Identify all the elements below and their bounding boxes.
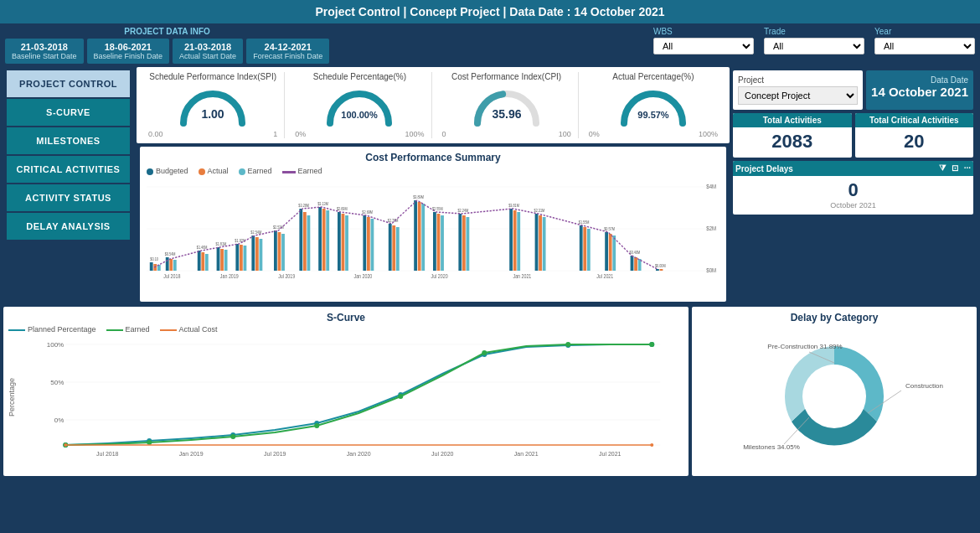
svg-rect-67	[462, 215, 466, 271]
svg-text:100.00%: 100.00%	[342, 110, 379, 120]
svg-text:$3.13M: $3.13M	[317, 201, 328, 206]
svg-point-132	[802, 365, 866, 428]
right-panel: Project Concept Project Data Date 14 Oct…	[730, 67, 977, 302]
sidebar-item-delay-analysis[interactable]: DELAY ANALYSIS	[7, 213, 130, 240]
svg-rect-55	[392, 225, 395, 271]
svg-rect-35	[278, 232, 281, 271]
trade-label: Trade	[764, 27, 864, 36]
svg-rect-23	[220, 249, 224, 271]
svg-rect-60	[421, 204, 425, 271]
svg-text:$1.55M: $1.55M	[579, 220, 590, 225]
spi-gauge: 1.00	[175, 85, 250, 128]
svg-rect-48	[345, 215, 348, 271]
scurve-chart-area: Percentage 100% 50% 0%	[8, 336, 683, 458]
svg-rect-58	[414, 200, 417, 271]
donut-panel: Delay by Category Pre-Construction 31.89…	[692, 307, 977, 476]
project-delays-title-bar: Project Delays ⧩ ⊡ ···	[733, 161, 973, 176]
scurve-panel: S-Curve Planned Percentage Earned Actual…	[3, 307, 689, 476]
svg-rect-40	[307, 215, 311, 271]
total-activities-value: 2083	[736, 131, 848, 153]
svg-rect-43	[322, 209, 326, 271]
svg-rect-75	[539, 215, 542, 271]
svg-text:$0.10: $0.10	[150, 256, 158, 261]
svg-rect-27	[240, 245, 243, 271]
schedule-pct-gauge: 100.00%	[322, 85, 397, 128]
sidebar-item-scurve[interactable]: S-CURVE	[7, 99, 130, 126]
svg-text:$0.00M: $0.00M	[655, 263, 666, 268]
filter-section: WBS All Trade All Year All	[334, 27, 975, 56]
svg-rect-36	[281, 234, 285, 271]
more-icon[interactable]: ···	[964, 163, 971, 173]
svg-rect-10	[150, 262, 153, 271]
project-selector: Project Concept Project	[733, 70, 863, 110]
svg-rect-80	[587, 229, 591, 271]
svg-text:Jan 2019: Jan 2019	[178, 451, 203, 457]
svg-rect-32	[260, 239, 263, 271]
kpi-actual-pct: Actual Percentage(%) 99.57% 0% 100%	[582, 72, 725, 138]
svg-text:$2.69M: $2.69M	[337, 206, 348, 211]
svg-rect-16	[173, 260, 177, 271]
date-boxes: 21-03-2018 Baseline Start Date 18-06-202…	[5, 39, 329, 64]
cpi-gauge: 35.96	[469, 85, 544, 128]
data-date-box: Data Date 14 October 2021	[866, 70, 973, 110]
svg-rect-46	[338, 212, 341, 271]
project-data-label: PROJECT DATA INFO	[5, 27, 329, 36]
donut-title: Delay by Category	[697, 312, 972, 323]
middle-section: PROJECT CONTROL S-CURVE MILESTONES CRITI…	[0, 67, 980, 303]
svg-text:Jan 2020: Jan 2020	[353, 272, 372, 279]
total-critical-title: Total Critical Activities	[855, 113, 974, 127]
svg-text:$3.26M: $3.26M	[298, 203, 309, 208]
cost-bar-chart: $4M $2M $0M $0.10 $0.54M	[147, 179, 720, 279]
svg-point-119	[398, 394, 403, 399]
svg-rect-91	[660, 269, 663, 271]
kpi-schedule-pct: Schedule Percentage(%) 100.00% 0% 100%	[288, 72, 431, 138]
svg-rect-87	[634, 257, 637, 271]
project-data-info: PROJECT DATA INFO 21-03-2018 Baseline St…	[5, 27, 329, 64]
svg-text:$3.81M: $3.81M	[508, 203, 519, 208]
svg-rect-50	[363, 215, 366, 271]
svg-point-121	[565, 342, 570, 347]
svg-rect-68	[467, 217, 470, 271]
svg-rect-30	[251, 235, 255, 271]
svg-rect-74	[535, 214, 539, 271]
svg-rect-62	[433, 212, 436, 271]
data-date-label: Data Date	[871, 75, 968, 85]
wbs-select[interactable]: All	[653, 38, 754, 54]
sidebar-item-project-control[interactable]: PROJECT CONTROL	[7, 70, 130, 97]
project-select[interactable]: Concept Project	[738, 86, 858, 105]
svg-rect-34	[274, 230, 277, 271]
total-critical-box: Total Critical Activities 20	[855, 113, 974, 158]
svg-rect-42	[318, 207, 322, 271]
total-activities-title: Total Activities	[733, 113, 852, 127]
svg-rect-83	[609, 234, 612, 271]
sidebar-item-milestones[interactable]: MILESTONES	[7, 127, 130, 154]
center-content: Schedule Performance Index(SPI) 1.00 0.0…	[133, 67, 730, 302]
export-icon[interactable]: ⊡	[952, 163, 958, 173]
kpi-row: Schedule Performance Index(SPI) 1.00 0.0…	[137, 67, 730, 143]
svg-rect-24	[224, 250, 228, 271]
header-bar: Project Control | Concept Project | Data…	[0, 0, 980, 23]
svg-point-120	[482, 350, 487, 355]
actual-start-date: 21-03-2018 Actual Start Date	[173, 39, 243, 64]
svg-text:Jul 2019: Jul 2019	[278, 272, 296, 279]
svg-rect-18	[198, 251, 201, 271]
total-activities-box: Total Activities 2083	[733, 113, 852, 158]
sidebar-item-critical-activities[interactable]: CRITICAL ACTIVITIES	[7, 156, 130, 183]
svg-rect-54	[389, 224, 392, 271]
svg-rect-44	[326, 210, 329, 271]
trade-select[interactable]: All	[764, 38, 864, 54]
filter-icon[interactable]: ⧩	[939, 163, 946, 173]
svg-text:100%: 100%	[46, 341, 63, 349]
svg-rect-59	[418, 202, 421, 271]
scurve-svg: 100% 50% 0%	[25, 336, 683, 458]
stats-row: Total Activities 2083 Total Critical Act…	[733, 113, 973, 158]
svg-text:$1.46M: $1.46M	[197, 245, 208, 250]
svg-text:$2.69M: $2.69M	[362, 210, 373, 215]
year-select[interactable]: All	[874, 38, 975, 54]
svg-rect-28	[244, 246, 247, 271]
svg-text:1.00: 1.00	[202, 107, 224, 121]
sidebar-item-activity-status[interactable]: ACTIVITY STATUS	[7, 184, 130, 211]
svg-rect-14	[166, 257, 169, 271]
project-label: Project	[738, 75, 858, 85]
svg-point-116	[147, 440, 152, 445]
